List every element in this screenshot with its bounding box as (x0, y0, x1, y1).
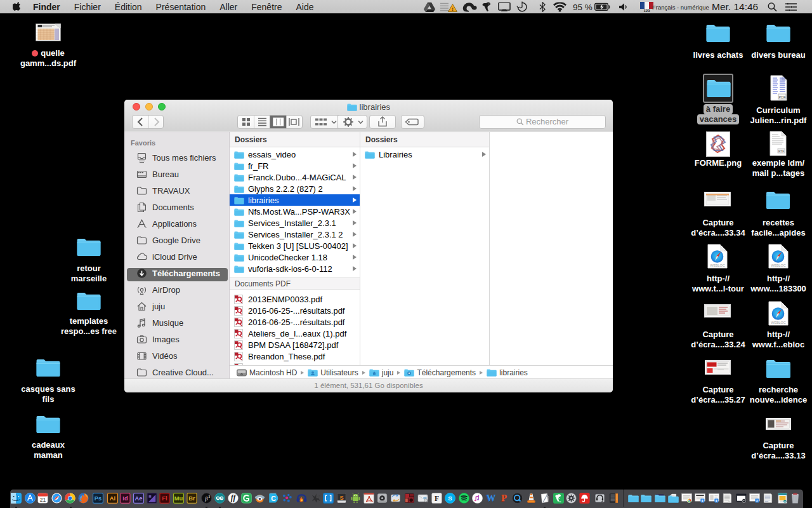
svg-text:Ae: Ae (134, 495, 142, 502)
svg-text:21: 21 (40, 497, 46, 503)
svg-text:C: C (271, 495, 276, 502)
svg-text:3: 3 (208, 495, 210, 498)
svg-text:β: β (204, 495, 208, 502)
svg-text:Br: Br (188, 495, 195, 502)
svg-text:123: 123 (643, 9, 650, 12)
svg-text:Fl: Fl (162, 495, 167, 502)
svg-text:Mu: Mu (174, 495, 183, 502)
svg-text:co: co (783, 500, 786, 503)
svg-text:P: P (501, 493, 507, 503)
svg-text:F: F (434, 495, 438, 503)
svg-text:Id: Id (122, 495, 128, 502)
svg-text:Ps: Ps (94, 495, 101, 502)
svg-text:!: ! (452, 6, 454, 12)
svg-text:S: S (448, 495, 452, 502)
svg-text:Ai: Ai (109, 495, 115, 502)
svg-text:S: S (339, 495, 343, 501)
svg-text:ff: ff (230, 494, 236, 502)
svg-text:W: W (486, 493, 495, 503)
